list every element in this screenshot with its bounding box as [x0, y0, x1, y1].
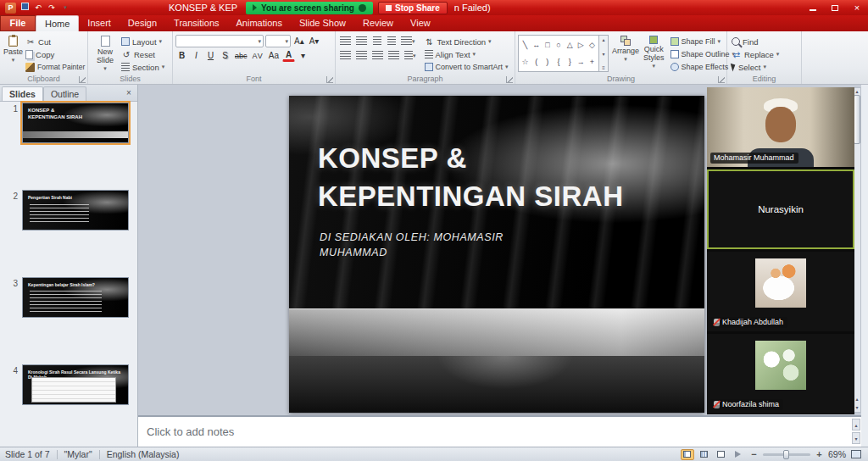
shape-arrow-icon[interactable]: ↔ — [532, 41, 540, 49]
tab-animations[interactable]: Animations — [228, 15, 291, 31]
justify-button[interactable] — [387, 49, 401, 62]
slide-canvas[interactable]: KONSEP &KEPENTINGAN SIRAH DI SEDIAKAN OL… — [289, 96, 704, 413]
section-button[interactable]: Section▾ — [120, 61, 166, 73]
shape-star-icon[interactable]: ☆ — [522, 58, 529, 66]
tab-home[interactable]: Home — [36, 15, 79, 31]
shape-brace-right-icon[interactable]: } — [569, 58, 571, 66]
theme-name[interactable]: "Mylar" — [64, 449, 92, 459]
grow-font-button[interactable]: A▴ — [292, 35, 306, 47]
next-slide-icon[interactable]: ▾ — [855, 404, 858, 410]
shape-fill-button[interactable]: Shape Fill▾ — [669, 36, 737, 47]
slide-title[interactable]: KONSEP &KEPENTINGAN SIRAH — [318, 140, 624, 215]
minimize-button[interactable] — [802, 0, 824, 15]
close-pane-icon[interactable]: × — [124, 88, 134, 98]
slide-thumbnail-2[interactable]: Pengertian Sirah Nabi — [22, 190, 129, 230]
qat-dropdown-icon[interactable]: ▾ — [60, 3, 70, 13]
paste-button[interactable]: Paste ▾ — [3, 33, 24, 74]
participant-tile-nurasyikin[interactable]: Nurasyikin — [707, 169, 854, 249]
notes-pane[interactable]: Click to add notes ▴ ▾ — [138, 415, 861, 447]
change-case-button[interactable]: Aa — [267, 49, 281, 62]
convert-smartart-button[interactable]: Convert to SmartArt▾ — [423, 61, 510, 73]
shape-paren-left-icon[interactable]: ( — [535, 58, 537, 66]
tab-review[interactable]: Review — [354, 15, 402, 31]
shapes-gallery[interactable]: ╲ ↔ □ ○ △ ▷ ◇ ☆ ( ) { } → + — [518, 35, 599, 72]
tab-slides-pane[interactable]: Slides — [2, 86, 43, 101]
notes-placeholder[interactable]: Click to add notes — [147, 425, 234, 438]
shape-diamond-icon[interactable]: ◇ — [589, 41, 595, 49]
redo-icon[interactable]: ↷ — [47, 3, 57, 13]
zoom-slider-thumb[interactable] — [783, 450, 789, 459]
shape-effects-button[interactable]: Shape Effects▾ — [669, 61, 737, 73]
italic-button[interactable]: I — [190, 49, 203, 62]
tab-design[interactable]: Design — [120, 15, 165, 31]
numbering-button[interactable] — [354, 35, 369, 47]
zoom-slider[interactable] — [763, 453, 810, 456]
format-painter-button[interactable]: Format Painter — [24, 61, 86, 73]
save-icon[interactable] — [19, 3, 30, 13]
zoom-percent[interactable]: 69% — [828, 449, 846, 459]
align-center-button[interactable] — [354, 49, 369, 62]
shape-rect-icon[interactable]: □ — [545, 41, 549, 49]
strikethrough-button[interactable]: abc — [233, 49, 249, 62]
select-button[interactable]: Select▾ — [730, 61, 798, 73]
shape-outline-button[interactable]: Shape Outline▾ — [669, 48, 737, 60]
paragraph-dialog-launcher[interactable] — [506, 76, 513, 83]
character-spacing-button[interactable]: AV — [251, 49, 265, 62]
stop-share-button[interactable]: Stop Share — [378, 2, 448, 14]
shapes-more-icon[interactable]: ≡ — [602, 65, 605, 70]
next-slide-button[interactable]: ▾ — [852, 432, 860, 444]
participant-tile-mohamasir[interactable]: Mohamasir Muhammad — [707, 87, 854, 167]
font-color-dropdown-icon[interactable]: ▾ — [297, 49, 309, 62]
shape-right-triangle-icon[interactable]: ▷ — [578, 41, 584, 49]
shape-oval-icon[interactable]: ○ — [556, 41, 560, 49]
text-direction-button[interactable]: ⇅ Text Direction▾ — [423, 36, 510, 47]
shape-triangle-icon[interactable]: △ — [567, 41, 573, 49]
bullets-button[interactable] — [338, 35, 353, 47]
align-text-button[interactable]: Align Text▾ — [423, 48, 510, 60]
slide-thumbnail-4[interactable]: Kronologi Sirah Rasul Secara Lansung Ket… — [22, 364, 129, 405]
font-name-select[interactable]: ▾ — [175, 35, 264, 47]
reading-view-button[interactable] — [715, 449, 728, 460]
participant-tile-khadijah[interactable]: Khadijah Abdullah — [707, 252, 854, 331]
quick-styles-button[interactable]: Quick Styles ▾ — [643, 33, 665, 74]
shape-arrow-right-icon[interactable]: → — [577, 58, 585, 66]
underline-button[interactable]: U — [204, 49, 217, 62]
normal-view-button[interactable] — [681, 449, 694, 460]
font-dialog-launcher[interactable] — [326, 76, 333, 83]
layout-button[interactable]: Layout▾ — [120, 36, 166, 47]
tab-slideshow[interactable]: Slide Show — [291, 15, 354, 31]
slideshow-button[interactable] — [732, 449, 745, 460]
decrease-indent-button[interactable] — [370, 35, 383, 47]
copy-button[interactable]: Copy — [24, 48, 86, 60]
shape-plus-icon[interactable]: + — [590, 58, 594, 66]
drawing-dialog-launcher[interactable] — [718, 76, 725, 83]
tab-transitions[interactable]: Transitions — [165, 15, 227, 31]
slide-thumbnail-3[interactable]: Kepentingan belajar Sirah Islam? — [22, 277, 129, 318]
increase-indent-button[interactable] — [385, 35, 398, 47]
zoom-in-button[interactable]: + — [814, 449, 825, 459]
text-shadow-button[interactable]: S — [219, 49, 231, 62]
slide-thumbnail-1[interactable]: KONSEP &KEPENTINGAN SIRAH — [22, 103, 129, 143]
tab-insert[interactable]: Insert — [79, 15, 120, 31]
maximize-button[interactable] — [824, 0, 846, 15]
slide-sorter-button[interactable] — [698, 449, 711, 460]
align-right-button[interactable] — [370, 49, 385, 62]
shapes-scroll-down-icon[interactable]: ▾ — [602, 51, 604, 57]
cut-button[interactable]: ✂ Cut — [24, 36, 86, 47]
shapes-scroll-up-icon[interactable]: ▴ — [602, 36, 604, 42]
tab-view[interactable]: View — [402, 15, 439, 31]
fit-to-window-button[interactable] — [849, 449, 863, 460]
line-spacing-button[interactable]: ▾ — [399, 35, 417, 47]
arrange-button[interactable]: Arrange ▾ — [612, 33, 639, 74]
new-slide-button[interactable]: New Slide ▾ — [91, 33, 120, 74]
participant-tile-noorfazila[interactable]: Noorfazila shima — [707, 334, 854, 414]
tab-outline-pane[interactable]: Outline — [43, 86, 86, 101]
font-size-select[interactable]: ▾ — [265, 35, 291, 47]
previous-slide-button[interactable]: ▴ — [852, 419, 860, 430]
scroll-up-icon[interactable]: ▴ — [855, 88, 858, 94]
bold-button[interactable]: B — [175, 49, 188, 62]
font-color-button[interactable]: A — [282, 49, 295, 62]
slide-subtitle[interactable]: DI SEDIAKAN OLEH: MOHAMASIRMUHAMMAD — [320, 230, 504, 260]
undo-icon[interactable]: ↶ — [33, 3, 43, 13]
shrink-font-button[interactable]: A▾ — [308, 35, 321, 47]
